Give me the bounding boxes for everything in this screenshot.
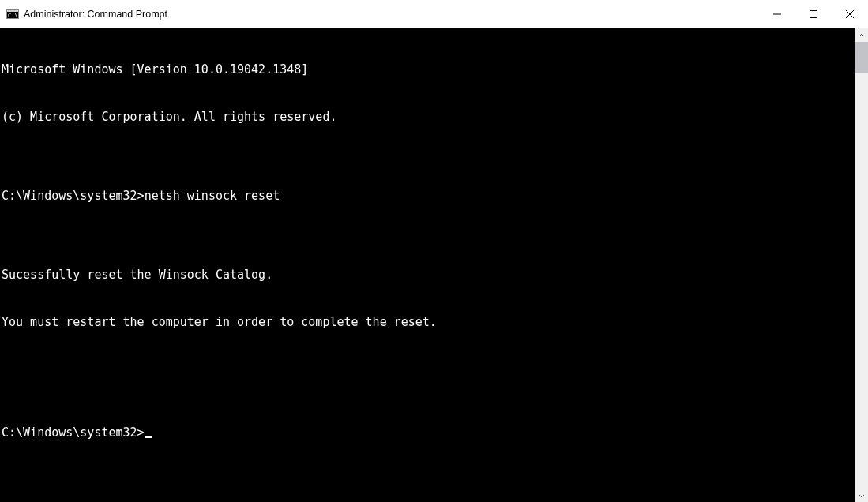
terminal-line: Sucessfully reset the Winsock Catalog. (2, 267, 855, 283)
chevron-up-icon (859, 32, 865, 39)
window-controls (759, 0, 868, 28)
maximize-icon (810, 10, 817, 18)
terminal-line: You must restart the computer in order t… (2, 314, 855, 330)
vertical-scrollbar[interactable] (855, 28, 868, 502)
maximize-button[interactable] (795, 0, 832, 28)
cursor (145, 436, 152, 438)
close-icon (846, 10, 854, 18)
window-title: Administrator: Command Prompt (24, 9, 167, 20)
terminal-line: C:\Windows\system32>netsh winsock reset (2, 188, 855, 204)
title-bar-left: C:\ Administrator: Command Prompt (6, 8, 167, 21)
cmd-icon: C:\ (6, 8, 19, 21)
scroll-track[interactable] (855, 42, 868, 489)
chevron-down-icon (859, 493, 865, 499)
title-bar: C:\ Administrator: Command Prompt (0, 0, 868, 28)
terminal-line: (c) Microsoft Corporation. All rights re… (2, 109, 855, 125)
client-area: Microsoft Windows [Version 10.0.19042.13… (0, 28, 868, 502)
minimize-icon (773, 10, 781, 18)
command-text: netsh winsock reset (145, 189, 280, 203)
prompt: C:\Windows\system32> (2, 189, 145, 203)
minimize-button[interactable] (759, 0, 795, 28)
terminal-output[interactable]: Microsoft Windows [Version 10.0.19042.13… (0, 28, 855, 502)
prompt: C:\Windows\system32> (2, 425, 145, 440)
svg-text:C:\: C:\ (8, 13, 18, 19)
scroll-up-button[interactable] (855, 28, 868, 42)
terminal-line: Microsoft Windows [Version 10.0.19042.13… (2, 62, 855, 77)
scroll-down-button[interactable] (855, 489, 868, 502)
svg-rect-5 (810, 11, 817, 18)
terminal-line: C:\Windows\system32> (2, 425, 855, 440)
scroll-thumb[interactable] (855, 42, 868, 73)
close-button[interactable] (832, 0, 868, 28)
